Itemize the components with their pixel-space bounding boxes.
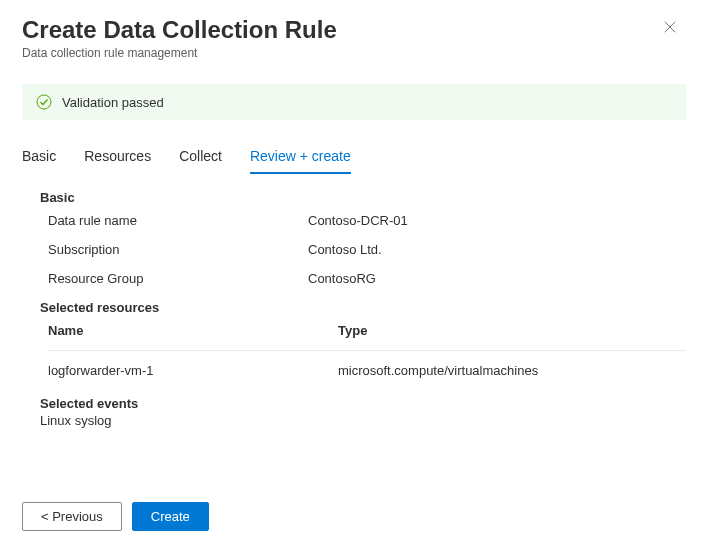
tab-basic[interactable]: Basic	[22, 142, 56, 174]
value-subscription: Contoso Ltd.	[308, 242, 382, 257]
create-button[interactable]: Create	[132, 502, 209, 531]
close-icon	[663, 20, 677, 37]
value-data-rule-name: Contoso-DCR-01	[308, 213, 408, 228]
table-row: logforwarder-vm-1 microsoft.compute/virt…	[48, 350, 686, 390]
checkmark-circle-icon	[36, 94, 52, 110]
cell-resource-type: microsoft.compute/virtualmachines	[338, 363, 538, 378]
tab-review-create[interactable]: Review + create	[250, 142, 351, 174]
tabs: Basic Resources Collect Review + create	[0, 142, 708, 174]
column-type: Type	[338, 323, 367, 338]
resources-table-header: Name Type	[48, 323, 686, 350]
svg-point-0	[37, 95, 51, 109]
label-data-rule-name: Data rule name	[48, 213, 308, 228]
validation-message: Validation passed	[62, 95, 164, 110]
value-resource-group: ContosoRG	[308, 271, 376, 286]
section-selected-resources-heading: Selected resources	[40, 300, 686, 315]
section-selected-events-heading: Selected events	[40, 396, 686, 411]
close-button[interactable]	[662, 20, 678, 36]
label-subscription: Subscription	[48, 242, 308, 257]
tab-collect[interactable]: Collect	[179, 142, 222, 174]
tab-resources[interactable]: Resources	[84, 142, 151, 174]
selected-events-value: Linux syslog	[40, 413, 686, 428]
column-name: Name	[48, 323, 338, 338]
cell-resource-name: logforwarder-vm-1	[48, 363, 338, 378]
page-title: Create Data Collection Rule	[22, 16, 686, 44]
label-resource-group: Resource Group	[48, 271, 308, 286]
page-subtitle: Data collection rule management	[22, 46, 686, 60]
validation-banner: Validation passed	[22, 84, 686, 120]
section-basic-heading: Basic	[40, 190, 686, 205]
row-data-rule-name: Data rule name Contoso-DCR-01	[48, 213, 686, 228]
previous-button[interactable]: < Previous	[22, 502, 122, 531]
row-subscription: Subscription Contoso Ltd.	[48, 242, 686, 257]
row-resource-group: Resource Group ContosoRG	[48, 271, 686, 286]
